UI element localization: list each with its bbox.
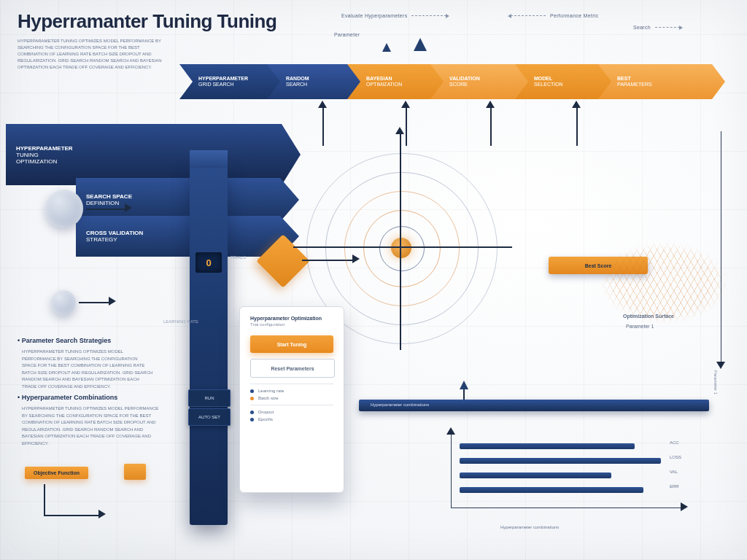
node-circle [51,290,76,315]
pillar [190,168,228,525]
marker-triangle-icon [460,381,468,389]
callout-objective: Objective Function [25,467,88,479]
side-note: LEARNING RATE [163,319,198,324]
arrow-line [406,106,407,146]
arrow-line [576,106,578,146]
right-axis-label: Parameter 1 [713,370,718,394]
legend-item-2: Performance Metric [511,13,598,18]
arrow-head-icon [401,101,410,108]
legend-item-1: Evaluate Hyperparameters [341,13,446,18]
arrow-line [44,515,101,516]
page-title: Hyperramanter Tuning Tuning [18,10,276,33]
start-tuning-button[interactable]: Start Tuning [250,335,333,353]
arrow-head-icon [125,203,132,212]
arrow-head-icon [572,101,581,108]
section-heading-2: • Hyperparameter Combinations [18,394,117,401]
config-card: Hyperparameter Optimization Trial config… [239,306,344,493]
arrow-head-icon [318,101,327,108]
legend-item-3: Parameter [334,32,360,37]
section-heading-1: • Parameter Search Strategies [18,337,111,344]
section-text-1: HYPERPARAMETER TUNING OPTIMIZES MODEL PE… [22,349,153,391]
marker-triangle-icon [414,38,427,51]
reset-parameters-button[interactable]: Reset Parameters [250,359,335,378]
pillar-button-run[interactable]: RUN [188,389,231,407]
arrow-head-icon [109,297,116,306]
card-item: Epochs [250,417,333,421]
arrow-head-icon [98,510,106,518]
arrow-head-icon [486,101,495,108]
gantt-chart: ACC LOSS VAL ERR [451,435,692,515]
card-item: Learning rate [250,389,333,393]
marker-triangle-icon [382,43,391,52]
arrow-line [322,106,324,146]
mini-block [124,464,146,480]
mesh-surface [598,219,729,335]
pillar-button-auto[interactable]: AUTO SET [188,408,231,426]
arrow-line [86,209,127,210]
card-item: Dropout [250,410,333,414]
legend-item-4: Search [633,25,680,30]
process-step-6: BESTPARAMETERS [598,64,725,99]
arrow-line [44,484,45,516]
trial-counter-label: TRIALS [231,255,246,260]
card-heading: Hyperparameter Optimization [250,316,333,321]
section-text-2: HYPERPARAMETER TUNING OPTIMIZES MODEL PE… [22,405,159,448]
timeline-label: Hyperparameter combinations [371,402,429,407]
node-circle [45,190,83,228]
intro-paragraph: HYPERPARAMETER TUNING OPTIMIZES MODEL PE… [18,38,163,71]
arrow-line [490,106,492,146]
arrow-head-icon [716,362,725,369]
phase-bar-2: SEARCH SPACEDEFINITION [76,178,299,222]
trial-counter: 0 [196,252,222,273]
optimum-point-icon [391,238,411,258]
right-axis [721,131,721,365]
card-subheading: Trial configuration [250,322,333,327]
arrow-line [79,302,111,303]
card-item: Batch size [250,396,333,400]
gantt-x-label: Hyperparameter combinations [500,525,559,529]
phase-bar-1: HYPERPARAMETER TUNING OPTIMIZATION [6,124,301,185]
arrow-line [463,389,465,400]
